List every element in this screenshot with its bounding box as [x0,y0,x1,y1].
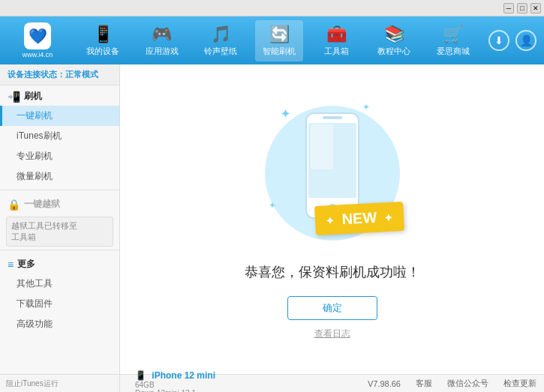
device-storage: 64GB [135,381,240,389]
sidebar-divider-2 [0,250,119,250]
flash-section-header: 📲 刷机 [0,85,119,106]
minimize-button[interactable]: ─ [503,3,514,13]
sidebar-item-one-click-flash[interactable]: 一键刷机 [0,106,119,126]
logo[interactable]: 💙 www.i4.cn [8,22,68,58]
logo-icon: 💙 [24,22,51,49]
version-label: V7.98.66 [368,379,401,388]
bottom-right: V7.98.66 客服 微信公众号 检查更新 [248,378,536,389]
device-status: 设备连接状态：正常模式 [0,64,119,85]
confirm-button[interactable]: 确定 [287,296,377,320]
sidebar-item-download-firmware[interactable]: 下载固件 [0,294,119,314]
itunes-status: 阻止iTunes运行 [0,374,120,392]
jailbreak-notice: 越狱工具已转移至工具箱 [6,217,113,247]
nav-istore[interactable]: 🛒 爱思商城 [429,20,477,61]
top-nav: 💙 www.i4.cn 📱 我的设备 🎮 应用游戏 🎵 铃声壁纸 🔄 智能刷机 … [0,16,544,64]
success-title: 恭喜您，保资料刷机成功啦！ [245,263,420,281]
apps-games-label: 应用游戏 [146,46,179,57]
title-bar: ─ □ ✕ [0,0,544,16]
smart-flash-icon: 🔄 [269,25,290,44]
sidebar-item-advanced[interactable]: 高级功能 [0,314,119,334]
itunes-status-label: 阻止iTunes运行 [6,379,59,389]
more-section-header: ≡ 更多 [0,253,119,274]
jailbreak-section-icon: 🔒 [8,199,20,211]
nav-right-buttons: ⬇ 👤 [488,30,536,51]
status-value: 正常模式 [65,70,98,79]
main-layout: 设备连接状态：正常模式 📲 刷机 一键刷机 iTunes刷机 专业刷机 微量刷机… [0,64,544,374]
toolbox-icon: 🧰 [326,25,347,44]
nav-my-device[interactable]: 📱 我的设备 [79,20,127,61]
more-section-icon: ≡ [8,259,14,271]
jailbreak-section-header: 🔒 一键越狱 [0,193,119,214]
nav-items: 📱 我的设备 🎮 应用游戏 🎵 铃声壁纸 🔄 智能刷机 🧰 工具箱 📚 教程中心… [74,20,482,61]
phone-illustration: ✦ ✦ ✦ NEW [257,98,407,248]
sidebar-divider-1 [0,190,119,190]
download-button[interactable]: ⬇ [488,30,509,51]
device-firmware: Down-12mini-13.1 [135,389,240,393]
content-area: ✦ ✦ ✦ NEW 恭喜您，保资料刷机成功啦！ 确定 [120,64,544,374]
istore-label: 爱思商城 [437,46,470,57]
nav-smart-flash[interactable]: 🔄 智能刷机 [255,20,303,61]
my-device-label: 我的设备 [86,46,119,57]
sparkle-1: ✦ [280,106,291,122]
ringtone-icon: 🎵 [211,25,231,44]
istore-icon: 🛒 [443,25,463,44]
apps-games-icon: 🎮 [152,25,172,44]
nav-ringtone[interactable]: 🎵 铃声壁纸 [197,20,245,61]
window-controls: ─ □ ✕ [503,3,541,13]
nav-toolbox[interactable]: 🧰 工具箱 [314,20,359,61]
flash-section-icon: 📲 [8,91,20,103]
maximize-button[interactable]: □ [517,3,527,13]
status-label: 设备连接状态： [8,70,65,79]
sidebar-item-itunes-flash[interactable]: iTunes刷机 [0,126,119,146]
more-section-title: 更多 [17,258,35,271]
sidebar-item-other-tools[interactable]: 其他工具 [0,274,119,294]
logo-text: www.i4.cn [23,51,53,58]
customer-service-link[interactable]: 客服 [416,378,432,389]
wechat-official-link[interactable]: 微信公众号 [447,378,488,389]
back-link[interactable]: 查看日志 [314,328,350,340]
nav-apps-games[interactable]: 🎮 应用游戏 [138,20,186,61]
new-badge: NEW [314,202,404,235]
ringtone-label: 铃声壁纸 [204,46,237,57]
tutorial-label: 教程中心 [377,46,410,57]
svg-rect-2 [323,116,342,119]
tutorial-icon: 📚 [384,25,404,44]
close-button[interactable]: ✕ [530,3,541,13]
jailbreak-section-title: 一键越狱 [24,198,60,211]
svg-rect-4 [311,124,333,169]
smart-flash-label: 智能刷机 [263,46,296,57]
check-update-link[interactable]: 检查更新 [503,378,536,389]
device-info: 📱 iPhone 12 mini 64GB Down-12mini-13.1 [128,370,248,393]
flash-section-title: 刷机 [24,90,42,103]
device-name: 📱 iPhone 12 mini [135,370,240,381]
phone-icon: 📱 [135,370,146,381]
my-device-icon: 📱 [93,25,113,44]
nav-tutorial[interactable]: 📚 教程中心 [370,20,418,61]
sidebar: 设备连接状态：正常模式 📲 刷机 一键刷机 iTunes刷机 专业刷机 微量刷机… [0,64,120,374]
sidebar-item-pro-flash[interactable]: 专业刷机 [0,146,119,166]
user-button[interactable]: 👤 [515,30,536,51]
bottom-bar: 自动跳至 跳过向导 📱 iPhone 12 mini 64GB Down-12m… [0,374,544,392]
sidebar-item-micro-flash[interactable]: 微量刷机 [0,166,119,187]
toolbox-label: 工具箱 [324,46,349,57]
sparkle-3: ✦ [269,200,276,211]
